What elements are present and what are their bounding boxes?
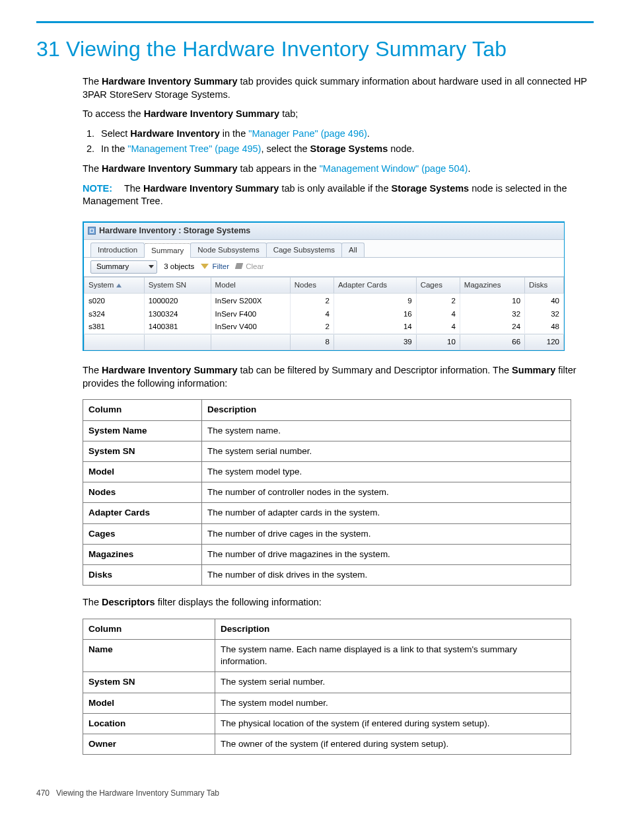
link-management-window[interactable]: "Management Window" (page 504) — [320, 163, 468, 174]
col-magazines[interactable]: Magazines — [460, 277, 524, 293]
col-disks[interactable]: Disks — [525, 277, 564, 293]
window-title: Hardware Inventory : Storage Systems — [99, 225, 250, 237]
table-row: NameThe system name. Each name displayed… — [83, 640, 571, 672]
grid-footer: 8 39 10 66 120 — [85, 334, 564, 350]
filter-icon — [201, 264, 209, 269]
table-row: OwnerThe owner of the system (if entered… — [83, 734, 571, 755]
col-system-sn[interactable]: System SN — [144, 277, 211, 293]
descriptors-columns-table: Column Description NameThe system name. … — [83, 619, 571, 755]
step-1: Select Hardware Inventory in the "Manage… — [97, 128, 594, 141]
link-management-tree[interactable]: "Management Tree" (page 495) — [127, 143, 261, 154]
toolbar: Summary 3 objects Filter Clear — [84, 258, 564, 277]
tab-node-subsystems[interactable]: Node Subsystems — [190, 243, 266, 258]
table-row: System SNThe system serial number. — [83, 441, 571, 461]
footer-caption: Viewing the Hardware Inventory Summary T… — [56, 788, 219, 798]
link-manager-pane[interactable]: "Manager Pane" (page 496) — [248, 128, 367, 139]
col-adapter[interactable]: Adapter Cards — [333, 277, 416, 293]
table-row: System SNThe system serial number. — [83, 672, 571, 693]
col-system[interactable]: System — [85, 277, 145, 293]
chevron-down-icon — [149, 265, 154, 268]
clear-link[interactable]: Clear — [236, 262, 264, 272]
page-footer: 470 Viewing the Hardware Inventory Summa… — [36, 788, 594, 798]
step-2: In the "Management Tree" (page 495), sel… — [97, 143, 594, 156]
grid-row[interactable]: s020 1000020 InServ S200X 2 9 2 10 40 — [85, 293, 564, 308]
col-model[interactable]: Model — [211, 277, 290, 293]
table-row: DisksThe number of disk drives in the sy… — [83, 565, 571, 586]
window-titlebar: Hardware Inventory : Storage Systems — [84, 223, 564, 240]
grid-row[interactable]: s324 1300324 InServ F400 4 16 4 32 32 — [85, 308, 564, 321]
summary-filter-lead: The Hardware Inventory Summary tab can b… — [83, 364, 594, 390]
col-nodes[interactable]: Nodes — [290, 277, 333, 293]
steps-list: Select Hardware Inventory in the "Manage… — [83, 128, 594, 156]
table-row: System NameThe system name. — [83, 420, 571, 441]
table-row: ModelThe system model number. — [83, 693, 571, 713]
table-row: Adapter CardsThe number of adapter cards… — [83, 503, 571, 523]
summary-grid: System System SN Model Nodes Adapter Car… — [84, 277, 564, 351]
th-column: Column — [83, 400, 202, 420]
page-title: 31 Viewing the Hardware Inventory Summar… — [36, 35, 594, 63]
th-description: Description — [215, 619, 571, 639]
app-screenshot: Hardware Inventory : Storage Systems Int… — [83, 221, 565, 351]
table-row: NodesThe number of controller nodes in t… — [83, 482, 571, 503]
th-column: Column — [83, 619, 215, 639]
filter-link[interactable]: Filter — [201, 262, 229, 272]
table-row: LocationThe physical location of the sys… — [83, 713, 571, 734]
page-number: 470 — [36, 788, 50, 798]
intro-paragraph: The Hardware Inventory Summary tab provi… — [83, 75, 594, 101]
col-cages[interactable]: Cages — [416, 277, 460, 293]
tab-all[interactable]: All — [341, 243, 365, 258]
note-label: NOTE: — [83, 183, 112, 194]
note-paragraph: NOTE: The Hardware Inventory Summary tab… — [83, 182, 594, 208]
after-steps: The Hardware Inventory Summary tab appea… — [83, 163, 594, 176]
sort-asc-icon — [116, 284, 122, 287]
object-count: 3 objects — [164, 262, 194, 272]
summary-columns-table: Column Description System NameThe system… — [83, 399, 571, 586]
tab-summary[interactable]: Summary — [144, 243, 191, 258]
tab-strip: Introduction Summary Node Subsystems Cag… — [84, 240, 564, 258]
table-row: CagesThe number of drive cages in the sy… — [83, 523, 571, 544]
table-row: MagazinesThe number of drive magazines i… — [83, 544, 571, 564]
th-description: Description — [202, 400, 571, 420]
clear-icon — [235, 263, 243, 269]
tab-introduction[interactable]: Introduction — [90, 243, 145, 258]
grid-row[interactable]: s381 1400381 InServ V400 2 14 4 24 48 — [85, 321, 564, 334]
access-lead: To access the Hardware Inventory Summary… — [83, 108, 594, 121]
descriptors-lead: The Descriptors filter displays the foll… — [83, 596, 594, 609]
tab-cage-subsystems[interactable]: Cage Subsystems — [266, 243, 342, 258]
filter-dropdown[interactable]: Summary — [90, 260, 157, 274]
table-row: ModelThe system model type. — [83, 461, 571, 482]
window-icon — [88, 227, 96, 235]
